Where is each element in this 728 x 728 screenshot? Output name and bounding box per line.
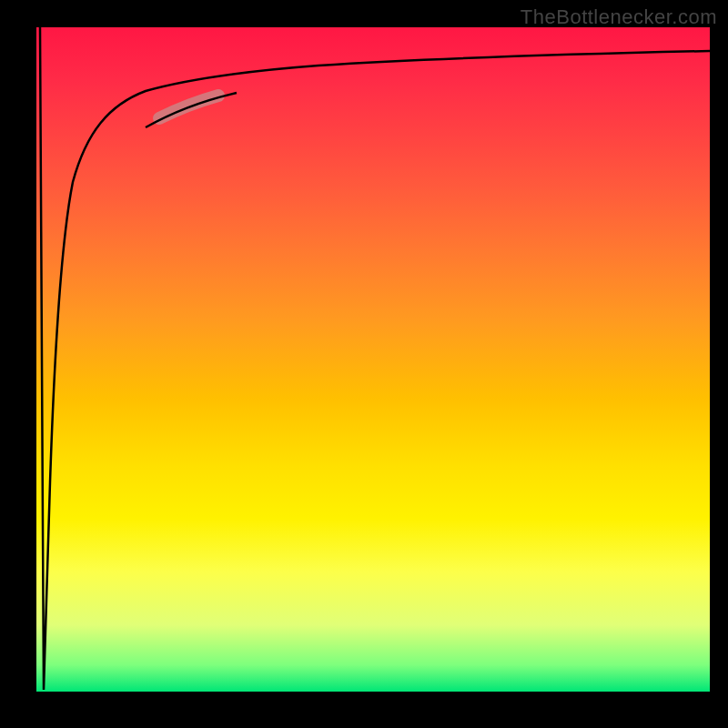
bottleneck-curve — [40, 27, 710, 690]
y-axis-margin — [0, 0, 36, 728]
watermark-text: TheBottlenecker.com — [521, 5, 717, 29]
chart-svg — [36, 27, 710, 692]
x-axis-margin — [0, 692, 728, 728]
